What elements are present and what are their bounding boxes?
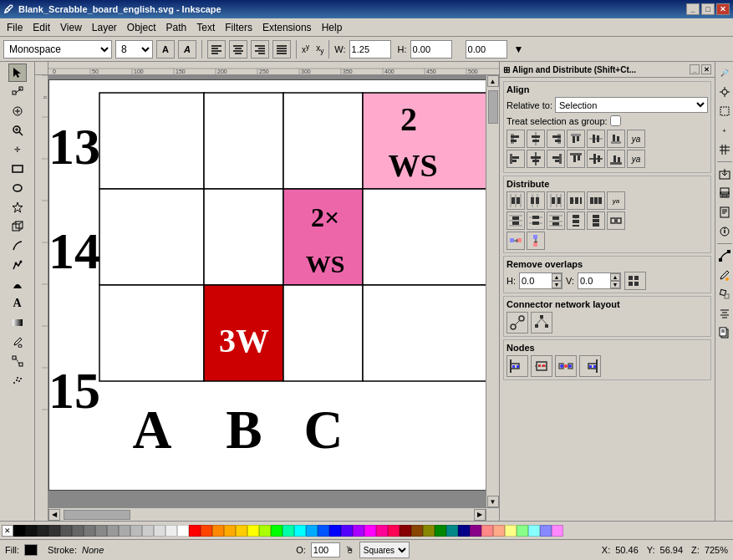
dist-right-button[interactable] [547,191,565,210]
opacity-input[interactable] [311,542,340,557]
rect-tool[interactable] [8,160,27,178]
maximize-button[interactable]: □ [701,3,715,15]
italic-button[interactable]: A [178,40,196,59]
color-swatch[interactable] [224,525,236,537]
nodes-align-center-button[interactable] [531,355,552,377]
horizontal-scrollbar[interactable]: ◀ ▶ [48,507,499,521]
color-swatch[interactable] [364,525,376,537]
node-tool[interactable] [8,83,27,101]
nodes-align-left-button[interactable] [506,355,528,377]
minimize-button[interactable]: _ [686,3,700,15]
dist-v-equal-button[interactable] [587,211,605,230]
color-swatch[interactable] [84,525,95,537]
dist-center-h-button[interactable] [527,211,545,230]
color-swatch[interactable] [247,525,259,537]
menu-view[interactable]: View [55,20,87,35]
text-tool[interactable]: A [8,294,27,313]
dist-h-equal-button[interactable] [587,191,605,210]
color-swatch[interactable] [306,525,318,537]
doc-props-button[interactable] [715,203,734,221]
height-input[interactable] [410,40,452,59]
color-swatch[interactable] [259,525,271,537]
align-left-edges-button[interactable] [506,130,525,148]
menu-edit[interactable]: Edit [28,20,55,35]
dist-baseline-button[interactable]: ya [607,191,625,210]
color-swatch[interactable] [13,525,25,537]
menu-file[interactable]: File [2,20,28,35]
color-swatch[interactable] [517,525,528,537]
relative-to-select[interactable]: Selection [555,97,708,113]
overlap-v-input[interactable] [578,275,610,287]
color-swatch[interactable] [552,525,563,537]
align-top-edges-button[interactable] [567,130,585,148]
color-swatch[interactable] [400,525,411,537]
ellipse-tool[interactable] [8,179,27,197]
color-swatch[interactable] [119,525,130,537]
depth-input[interactable] [466,40,507,59]
align-text-bottom-button[interactable]: ya [627,150,645,168]
dist-left-button[interactable] [506,191,525,210]
panel-minimize-button[interactable]: _ [690,64,700,74]
color-swatch[interactable] [236,525,247,537]
snap-bbox-button[interactable] [715,102,734,120]
color-swatch[interactable] [458,525,470,537]
align-text-button[interactable]: ya [627,130,645,148]
connector-tool[interactable] [8,352,27,370]
align-left-button[interactable] [207,40,226,59]
color-swatch[interactable] [37,525,48,537]
color-swatch[interactable] [189,525,201,537]
dist-h-gap-button[interactable] [567,191,585,210]
dist-bottom-button[interactable] [547,211,565,230]
color-swatch[interactable] [165,525,177,537]
align-center-on-h-button[interactable] [587,130,605,148]
panel-close-button[interactable]: ✕ [701,64,711,74]
canvas-viewport[interactable]: 13 14 15 [48,75,499,507]
overlap-v-up[interactable]: ▲ [610,273,620,281]
color-swatch[interactable] [470,525,481,537]
menu-path[interactable]: Path [161,20,192,35]
star-tool[interactable] [8,198,27,216]
color-swatch[interactable] [435,525,446,537]
dropper-tool[interactable] [8,333,27,351]
color-swatch[interactable] [493,525,505,537]
transform-button[interactable] [715,285,734,303]
color-swatch[interactable] [353,525,364,537]
vertical-scrollbar[interactable]: ▲ ▼ [486,75,499,507]
snap-grid-button[interactable] [715,140,734,159]
align-bottom-edges-button[interactable] [607,130,625,148]
align-left-anchor-button[interactable] [506,150,525,168]
node-editor-button[interactable] [715,247,734,265]
object-props-button[interactable] [715,222,734,241]
menu-help[interactable]: Help [317,20,348,35]
color-swatch[interactable] [72,525,84,537]
overlap-h-up[interactable]: ▲ [552,273,562,281]
snap-guide-button[interactable]: + [715,121,734,140]
font-family-select[interactable]: Monospace [3,40,112,59]
font-size-select[interactable]: 8 [115,40,153,59]
align-right-panel-button[interactable] [715,304,734,323]
width-input[interactable] [349,40,391,59]
menu-filters[interactable]: Filters [220,20,257,35]
color-swatch[interactable] [505,525,517,537]
snap-button[interactable]: 🔎 [715,64,734,82]
color-swatch[interactable] [411,525,423,537]
color-swatch[interactable] [271,525,283,537]
color-swatch[interactable] [341,525,353,537]
scroll-left-button[interactable]: ◀ [48,509,60,521]
export-button[interactable] [715,165,734,183]
scroll-down-button[interactable]: ▼ [487,496,499,507]
spray-tool[interactable] [8,371,27,389]
bold-button[interactable]: A [156,40,175,59]
close-button[interactable]: ✕ [716,3,730,15]
color-swatch[interactable] [294,525,306,537]
scroll-up-button[interactable]: ▲ [487,75,499,87]
align-top-anchor-button[interactable] [567,150,585,168]
color-swatch[interactable] [446,525,458,537]
align-center-anchor-h-button[interactable] [587,150,605,168]
exchange-x-button[interactable] [506,232,525,250]
color-swatch[interactable] [107,525,119,537]
align-center-anchor-v-button[interactable] [527,150,545,168]
color-swatch[interactable] [388,525,400,537]
exchange-y-button[interactable] [527,232,545,250]
nodes-distribute-button[interactable] [555,355,577,377]
